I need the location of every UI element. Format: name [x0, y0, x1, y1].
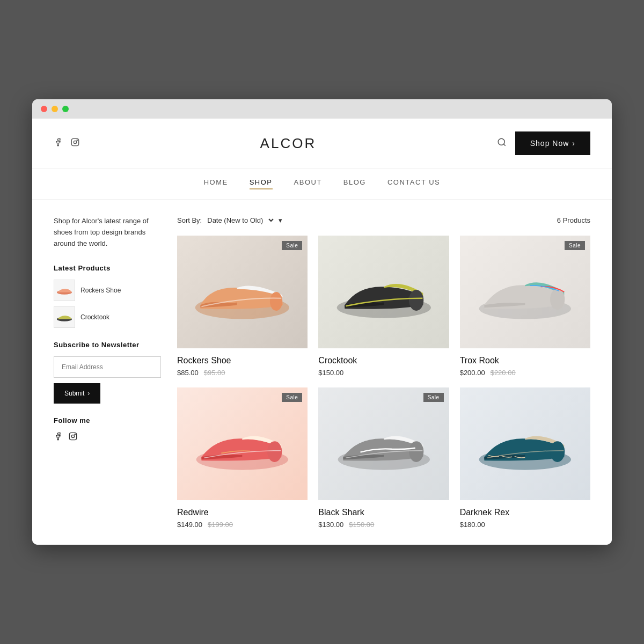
products-toolbar: Sort By: Date (New to Old) Date (Old to …	[177, 216, 590, 225]
main-layout: Shop for Alcor's latest range of shoes f…	[32, 200, 612, 545]
brand-logo[interactable]: ALCOR	[260, 135, 317, 152]
submit-label: Submit	[64, 390, 84, 397]
newsletter-title: Subscribe to Newsletter	[54, 341, 161, 349]
price-original-trox: $220.00	[491, 369, 516, 377]
svg-line-4	[503, 144, 505, 145]
product-card-black-shark[interactable]: Sale Black Shark	[318, 387, 449, 529]
header: ALCOR Shop Now ›	[32, 119, 612, 169]
product-pricing-crocktook: $150.00	[318, 369, 449, 377]
shoe-svg-redwire	[190, 399, 295, 489]
product-image-crocktook	[318, 236, 449, 348]
shop-now-label: Shop Now	[530, 139, 569, 148]
product-name-crocktook: Crocktook	[318, 356, 449, 365]
sort-section: Sort By: Date (New to Old) Date (Old to …	[177, 216, 282, 225]
product-image-rockers: Sale	[177, 236, 308, 348]
product-card-rockers-shoe[interactable]: Sale Rockers Shoe	[177, 236, 308, 377]
follow-icons	[54, 432, 161, 443]
product-name-darknek: Darknek Rex	[460, 508, 590, 517]
search-icon[interactable]	[497, 137, 507, 150]
latest-product-thumb-crocktook	[54, 306, 75, 328]
sort-chevron-icon: ▾	[279, 216, 282, 224]
latest-product-item-rockers[interactable]: Rockers Shoe	[54, 280, 161, 301]
product-card-darknek-rex[interactable]: Darknek Rex $180.00	[460, 387, 590, 529]
sale-badge-blackshark: Sale	[423, 393, 444, 402]
shop-now-button[interactable]: Shop Now ›	[515, 131, 590, 155]
product-card-trox-rook[interactable]: Sale Trox Rook	[460, 236, 590, 377]
price-original-blackshark: $150.00	[349, 521, 374, 529]
header-left	[54, 138, 79, 149]
latest-product-item-crocktook[interactable]: Crocktook	[54, 306, 161, 328]
svg-rect-7	[69, 433, 76, 440]
header-right: Shop Now ›	[497, 131, 590, 155]
sidebar: Shop for Alcor's latest range of shoes f…	[54, 216, 161, 529]
svg-point-11	[270, 292, 282, 311]
product-pricing-trox: $200.00 $220.00	[460, 369, 590, 377]
submit-arrow-icon: ›	[87, 390, 90, 397]
product-name-redwire: Redwire	[177, 508, 308, 517]
svg-point-21	[550, 441, 565, 462]
svg-point-13	[409, 290, 423, 311]
product-image-darknek	[460, 387, 590, 500]
svg-point-9	[75, 434, 75, 435]
product-image-redwire: Sale	[177, 387, 308, 500]
browser-window: ALCOR Shop Now › HOME SHOP ABOUT BLOG	[32, 99, 612, 545]
newsletter-section: Subscribe to Newsletter Submit ›	[54, 341, 161, 404]
price-current-darknek: $180.00	[460, 521, 485, 529]
shoe-svg-crocktook	[332, 247, 436, 337]
product-name-rockers: Rockers Shoe	[177, 356, 308, 365]
follow-instagram-icon[interactable]	[69, 432, 77, 443]
product-grid: Sale Rockers Shoe	[177, 236, 590, 529]
shoe-svg-rockers	[190, 247, 295, 337]
svg-point-1	[74, 141, 76, 143]
page-content: ALCOR Shop Now › HOME SHOP ABOUT BLOG	[32, 119, 612, 545]
svg-point-8	[71, 435, 74, 438]
nav-contact[interactable]: CONTACT US	[387, 178, 440, 189]
latest-product-name-rockers: Rockers Shoe	[80, 287, 121, 294]
price-current-crocktook: $150.00	[318, 369, 343, 377]
nav-blog[interactable]: BLOG	[343, 178, 366, 189]
svg-rect-0	[71, 138, 78, 145]
nav-shop[interactable]: SHOP	[250, 178, 273, 189]
product-count: 6 Products	[557, 216, 590, 224]
follow-title: Follow me	[54, 416, 161, 425]
price-current-trox: $200.00	[460, 369, 485, 377]
product-card-crocktook[interactable]: Crocktook $150.00	[318, 236, 449, 377]
product-pricing-redwire: $149.00 $199.00	[177, 521, 308, 529]
price-current-rockers: $85.00	[177, 369, 199, 377]
sale-badge-rockers: Sale	[282, 241, 302, 250]
product-image-blackshark: Sale	[318, 387, 449, 500]
products-area: Sort By: Date (New to Old) Date (Old to …	[177, 216, 590, 529]
price-current-redwire: $149.00	[177, 521, 202, 529]
submit-button[interactable]: Submit ›	[54, 383, 100, 404]
dot-red[interactable]	[41, 106, 47, 112]
nav-home[interactable]: HOME	[204, 178, 228, 189]
dot-yellow[interactable]	[52, 106, 58, 112]
price-original-rockers: $95.00	[204, 369, 225, 377]
instagram-icon[interactable]	[71, 138, 79, 149]
shoe-svg-darknek	[473, 399, 577, 489]
latest-product-name-crocktook: Crocktook	[80, 313, 109, 321]
follow-section: Follow me	[54, 416, 161, 443]
main-nav: HOME SHOP ABOUT BLOG CONTACT US	[32, 169, 612, 200]
product-card-redwire[interactable]: Sale Redwire	[177, 387, 308, 529]
product-pricing-darknek: $180.00	[460, 521, 590, 529]
svg-point-15	[550, 289, 565, 310]
product-pricing-rockers: $85.00 $95.00	[177, 369, 308, 377]
follow-facebook-icon[interactable]	[54, 432, 62, 443]
facebook-icon[interactable]	[54, 138, 62, 149]
latest-product-thumb-rockers	[54, 280, 75, 301]
svg-point-19	[409, 441, 423, 462]
sort-select[interactable]: Date (New to Old) Date (Old to New) Pric…	[205, 216, 275, 225]
price-original-redwire: $199.00	[208, 521, 233, 529]
dot-green[interactable]	[62, 106, 69, 112]
product-image-trox: Sale	[460, 236, 590, 348]
sidebar-tagline: Shop for Alcor's latest range of shoes f…	[54, 216, 161, 249]
arrow-right-icon: ›	[572, 139, 575, 148]
shoe-svg-trox	[473, 247, 577, 337]
svg-point-17	[267, 441, 282, 462]
price-current-blackshark: $130.00	[318, 521, 343, 529]
sale-badge-trox: Sale	[565, 241, 585, 250]
email-input[interactable]	[54, 356, 161, 378]
svg-point-2	[77, 140, 77, 141]
nav-about[interactable]: ABOUT	[294, 178, 322, 189]
